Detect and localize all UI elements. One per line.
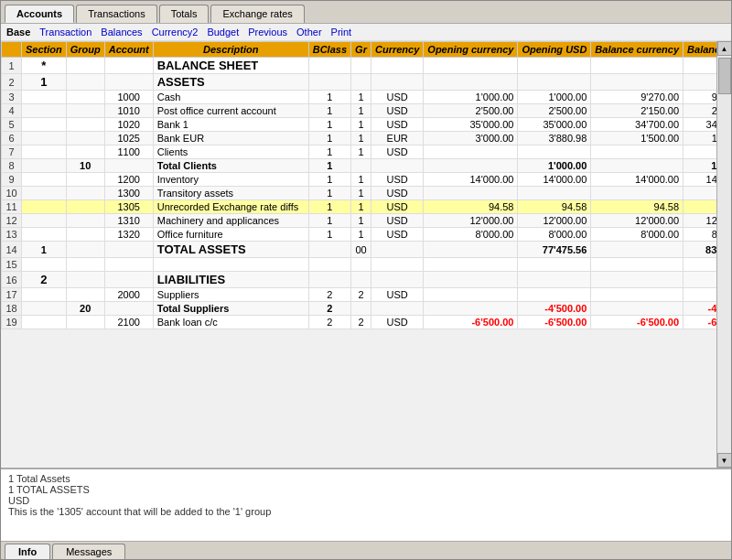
tab-accounts[interactable]: Accounts [5,5,74,23]
table-row[interactable]: 172000Suppliers22USD [2,288,717,302]
info-line3: USD [8,495,724,506]
table-row[interactable]: 810Total Clients11'000.001'000.00 [2,159,717,173]
info-panel: 1 Total Assets 1 TOTAL ASSETS USD This i… [1,468,731,541]
menu-budget[interactable]: Budget [207,27,239,38]
table-row[interactable]: 71100Clients11USD [2,145,717,159]
table-row[interactable]: 101300Transitory assets11USD [2,187,717,200]
menu-other[interactable]: Other [296,27,322,38]
scroll-up-button[interactable]: ▲ [717,41,732,56]
table-row[interactable]: 15 [2,258,717,272]
table-row[interactable]: 1820Total Suppliers2-4'500.00-4'500.00 [2,302,717,316]
col-header-balance-curr: Balance currency [591,42,684,58]
accounts-table: Section Group Account Description BClass… [1,41,716,329]
col-header-desc: Description [153,42,308,58]
scroll-thumb[interactable] [718,58,731,94]
tab-totals[interactable]: Totals [159,5,210,23]
main-window: Accounts Transactions Totals Exchange ra… [0,0,732,560]
table-row[interactable]: 61025Bank EUR11EUR3'000.003'880.981'500.… [2,132,717,145]
tab-exchange-rates[interactable]: Exchange rates [210,5,304,23]
info-line2: 1 TOTAL ASSETS [8,484,724,495]
table-row[interactable]: 51020Bank 111USD35'000.0035'000.0034'700… [2,118,717,132]
table-area: Section Group Account Description BClass… [1,41,716,468]
info-line1: 1 Total Assets [8,473,724,484]
tab-transactions[interactable]: Transactions [76,5,157,23]
scroll-track [717,56,731,453]
bottom-tab-info[interactable]: Info [5,544,50,559]
table-row[interactable]: 31000Cash11USD1'000.001'000.009'270.009'… [2,91,717,104]
table-row[interactable]: 121310Machinery and applicances11USD12'0… [2,214,717,228]
col-header-bclass: BClass [308,42,350,58]
table-row[interactable]: 41010Post office current account11USD2'5… [2,104,717,118]
table-row[interactable]: 192100Bank loan c/c22USD-6'500.00-6'500.… [2,316,717,329]
menu-bar: Base Transaction Balances Currency2 Budg… [1,24,731,41]
table-row[interactable]: 21ASSETS [2,74,717,91]
col-header-account: Account [104,42,153,58]
scroll-down-button[interactable]: ▼ [717,453,732,468]
col-header-section: Section [22,42,67,58]
menu-currency2[interactable]: Currency2 [152,27,199,38]
table-wrapper: Section Group Account Description BClass… [1,41,716,468]
col-header-group: Group [66,42,104,58]
col-header-opening-curr: Opening currency [424,42,518,58]
table-row[interactable]: 162LIABILITIES [2,272,717,288]
tab-bar: Accounts Transactions Totals Exchange ra… [1,1,731,24]
menu-previous[interactable]: Previous [248,27,287,38]
table-row[interactable]: 1*BALANCE SHEET [2,58,717,74]
bottom-tab-messages[interactable]: Messages [52,544,125,559]
menu-print[interactable]: Print [331,27,352,38]
table-row[interactable]: 91200Inventory11USD14'000.0014'000.0014'… [2,173,717,187]
col-header-opening-usd: Opening USD [518,42,591,58]
bottom-tab-bar: Info Messages [1,541,731,559]
info-line4: This is the '1305' account that will be … [8,506,724,517]
menu-balances[interactable]: Balances [101,27,142,38]
col-header-num [2,42,22,58]
main-content: Section Group Account Description BClass… [1,41,731,468]
col-header-balance-usd: Balance USD [684,42,716,58]
table-row[interactable]: 141TOTAL ASSETS0077'475.5683'155.07 [2,242,717,258]
col-header-currency: Currency [371,42,424,58]
menu-base[interactable]: Base [6,27,30,38]
menu-transaction[interactable]: Transaction [39,27,92,38]
col-header-gr: Gr [351,42,371,58]
scrollbar[interactable]: ▲ ▼ [716,41,731,468]
table-row[interactable]: 131320Office furniture11USD8'000.008'000… [2,228,717,242]
table-row[interactable]: 111305Unrecorded Exchange rate diffs11US… [2,200,717,214]
